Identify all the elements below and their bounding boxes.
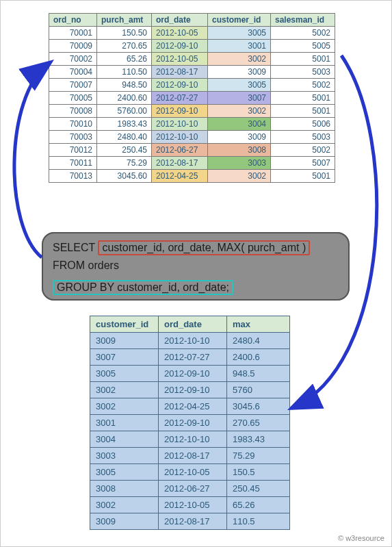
table-row: 7000265.262012-10-0530025001 [49,53,335,66]
table-cell: 3002 [208,170,271,183]
table-cell: 2012-09-10 [152,79,208,92]
table-cell: 70008 [49,105,97,118]
arrow-sql-to-source [14,64,49,257]
table-cell: 2012-08-17 [152,157,208,170]
table-cell: 3003 [208,157,271,170]
table-cell: 70002 [49,53,97,66]
table-row: 70007948.502012-09-1030055002 [49,79,335,92]
table-cell: 2480.4 [227,333,290,349]
table-cell: 3002 [90,382,159,398]
table-cell: 270.65 [227,415,290,431]
table-cell: 2012-10-05 [159,464,227,481]
table-cell: 5001 [271,105,335,118]
table-row: 70004110.502012-08-1730095003 [49,66,335,79]
table-cell: 1983.43 [97,118,152,131]
table-cell: 3009 [208,66,271,79]
table-row: 700101983.432012-10-1030045006 [49,118,335,131]
table-cell: 3004 [90,431,159,448]
table-cell: 5001 [271,92,335,105]
table-cell: 5003 [271,131,335,144]
table-cell: 948.5 [227,366,290,382]
table-cell: 5005 [271,40,335,53]
sql-groupby-clause: GROUP BY customer_id, ord_date; [53,280,233,295]
table-cell: 3002 [90,398,159,415]
table-row: 7001175.292012-08-1730035007 [49,157,335,170]
sql-line-from: FROM orders [53,259,339,272]
table-cell: 2012-10-10 [159,431,227,448]
table-cell: 2012-09-10 [159,382,227,398]
table-cell: 1983.43 [227,431,290,448]
result-table: customer_id ord_date max 30092012-10-102… [90,316,290,530]
sql-line-select: SELECT customer_id, ord_date, MAX( purch… [53,240,339,255]
table-row: 700052400.602012-07-2730075001 [49,92,335,105]
table-cell: 3001 [90,415,159,431]
table-cell: 5003 [271,66,335,79]
footer-credit: © w3resource [338,534,384,542]
table-row: 30022012-04-253045.6 [90,398,290,415]
table-cell: 3002 [208,53,271,66]
table-cell: 2012-07-27 [159,349,227,366]
orders-header-row: ord_no purch_amt ord_date customer_id sa… [49,14,335,27]
table-cell: 110.50 [97,66,152,79]
table-cell: 3005 [208,79,271,92]
table-cell: 2012-09-10 [152,105,208,118]
table-cell: 110.5 [227,513,290,530]
table-row: 30082012-06-27250.45 [90,481,290,497]
table-cell: 3008 [90,481,159,497]
table-cell: 2012-04-25 [159,398,227,415]
table-cell: 70012 [49,144,97,157]
table-cell: 5006 [271,118,335,131]
table-cell: 2012-10-05 [159,497,227,513]
table-cell: 2012-09-10 [159,415,227,431]
table-cell: 3007 [208,92,271,105]
table-row: 30072012-07-272400.6 [90,349,290,366]
table-cell: 3007 [90,349,159,366]
table-cell: 5007 [271,157,335,170]
table-cell: 2012-08-17 [159,448,227,464]
table-row: 70009270.652012-09-1030015005 [49,40,335,53]
table-cell: 2012-09-10 [152,40,208,53]
table-cell: 3009 [90,513,159,530]
table-cell: 3003 [90,448,159,464]
orders-header-amt: purch_amt [97,14,152,27]
table-cell: 2480.40 [97,131,152,144]
table-row: 70012250.452012-06-2730085002 [49,144,335,157]
table-cell: 65.26 [97,53,152,66]
table-cell: 2400.6 [227,349,290,366]
table-cell: 3005 [90,366,159,382]
table-cell: 150.5 [227,464,290,481]
table-cell: 2012-10-10 [152,118,208,131]
table-cell: 5760.00 [97,105,152,118]
table-row: 30052012-09-10948.5 [90,366,290,382]
sql-select-columns: customer_id, ord_date, MAX( purch_amt ) [98,240,310,255]
table-cell: 3008 [208,144,271,157]
table-row: 30052012-10-05150.5 [90,464,290,481]
table-cell: 3004 [208,118,271,131]
table-row: 700085760.002012-09-1030025001 [49,105,335,118]
table-row: 30012012-09-10270.65 [90,415,290,431]
result-header-max: max [227,316,290,333]
table-cell: 270.65 [97,40,152,53]
table-cell: 3002 [208,105,271,118]
table-row: 30022012-10-0565.26 [90,497,290,513]
table-cell: 3002 [90,497,159,513]
orders-header-cust: customer_id [208,14,271,27]
table-row: 30092012-10-102480.4 [90,333,290,349]
table-cell: 3001 [208,40,271,53]
table-row: 30032012-08-1775.29 [90,448,290,464]
table-cell: 5002 [271,27,335,40]
table-cell: 2012-08-17 [152,66,208,79]
sql-line-groupby: GROUP BY customer_id, ord_date; [53,276,339,295]
table-cell: 2012-10-05 [152,27,208,40]
result-header-date: ord_date [159,316,227,333]
table-cell: 5002 [271,144,335,157]
result-header-cust: customer_id [90,316,159,333]
table-row: 30042012-10-101983.43 [90,431,290,448]
table-cell: 75.29 [97,157,152,170]
table-row: 700032480.402012-10-1030095003 [49,131,335,144]
table-cell: 2012-09-10 [159,366,227,382]
table-cell: 70003 [49,131,97,144]
sql-query-box: SELECT customer_id, ord_date, MAX( purch… [42,232,350,301]
table-cell: 70001 [49,27,97,40]
table-cell: 2012-06-27 [159,481,227,497]
